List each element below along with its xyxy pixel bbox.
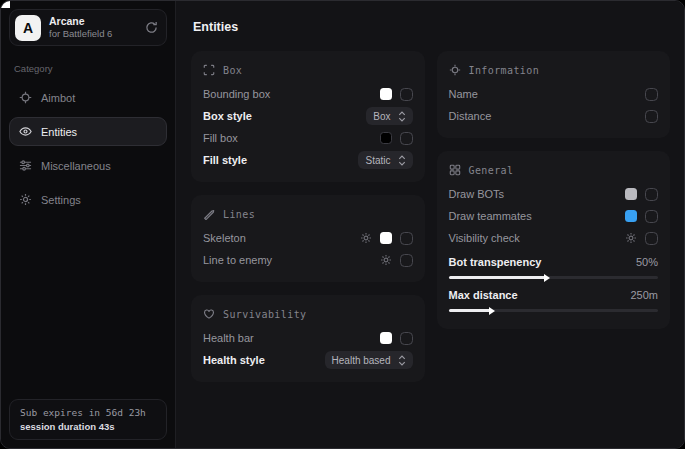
setting-row-bounding-box: Bounding box (203, 83, 413, 105)
health-bar-checkbox[interactable] (400, 332, 413, 345)
panel-title: Box (223, 65, 242, 76)
setting-label: Box style (203, 110, 366, 122)
sidebar-item-entities[interactable]: Entities (9, 117, 167, 146)
updown-chevrons-icon (398, 111, 406, 122)
sidebar-item-label: Settings (41, 194, 81, 206)
app-name: Arcane (49, 15, 112, 28)
setting-label: Distance (449, 110, 646, 122)
sidebar-item-label: Entities (41, 126, 77, 138)
color-swatch[interactable] (625, 188, 637, 200)
bot-transparency-group: Bot transpenency 50% (449, 252, 659, 279)
dropdown-value: Box (373, 111, 390, 122)
draw-bots-checkbox[interactable] (645, 188, 658, 201)
panel-title: General (469, 165, 514, 176)
slider-thumb[interactable] (544, 274, 550, 282)
survivability-panel: Survivability Health bar Health style (191, 295, 425, 382)
main-content: Entities Box Bounding box (176, 1, 684, 448)
subscription-card: Sub expires in 56d 23h session duration … (9, 399, 167, 440)
sync-icon[interactable] (145, 21, 158, 34)
setting-label: Health bar (203, 332, 380, 344)
line-to-enemy-checkbox[interactable] (400, 254, 413, 267)
health-style-dropdown[interactable]: Health based (325, 351, 413, 369)
setting-label: Draw BOTs (449, 188, 626, 200)
setting-label: Health style (203, 354, 325, 366)
draw-teammates-checkbox[interactable] (645, 210, 658, 223)
setting-row-health-bar: Health bar (203, 327, 413, 349)
setting-row-draw-teammates: Draw teammates (449, 205, 659, 227)
app-window: A Arcane for Battlefield 6 Category Aimb… (0, 0, 685, 449)
sidebar-item-label: Miscellaneous (41, 160, 111, 172)
setting-label: Draw teammates (449, 210, 626, 222)
dropdown-value: Health based (332, 355, 391, 366)
fill-style-dropdown[interactable]: Static (358, 151, 412, 169)
lines-panel: Lines Skeleton (191, 195, 425, 282)
setting-label: Visibility check (449, 232, 626, 244)
page-title: Entities (193, 20, 670, 34)
setting-row-draw-bots: Draw BOTs (449, 183, 659, 205)
setting-label: Fill style (203, 154, 358, 166)
sliders-icon (19, 159, 32, 172)
setting-label: Bot transpenency (449, 256, 636, 268)
panel-title: Survivability (223, 309, 306, 320)
color-swatch[interactable] (625, 210, 637, 222)
setting-label: Max distance (449, 289, 631, 301)
color-swatch[interactable] (380, 132, 392, 144)
bounding-box-checkbox[interactable] (400, 88, 413, 101)
setting-label: Name (449, 88, 646, 100)
box-style-dropdown[interactable]: Box (366, 107, 412, 125)
app-subtitle: for Battlefield 6 (49, 28, 112, 40)
setting-row-skeleton: Skeleton (203, 227, 413, 249)
setting-row-fill-style: Fill style Static (203, 149, 413, 171)
sub-expires-text: Sub expires in 56d 23h (20, 407, 156, 418)
sidebar-item-aimbot[interactable]: Aimbot (9, 83, 167, 112)
setting-row-name: Name (449, 83, 659, 105)
color-swatch[interactable] (380, 88, 392, 100)
grid-icon (449, 164, 461, 176)
screen-corner-artifact (1, 1, 10, 8)
distance-checkbox[interactable] (645, 110, 658, 123)
sidebar-item-label: Aimbot (41, 92, 75, 104)
app-logo: A (15, 15, 41, 41)
setting-label: Skeleton (203, 232, 360, 244)
sidebar-item-miscellaneous[interactable]: Miscellaneous (9, 151, 167, 180)
setting-label: Bounding box (203, 88, 380, 100)
category-label: Category (14, 63, 162, 74)
slider-value: 250m (630, 289, 658, 301)
sidebar-item-settings[interactable]: Settings (9, 185, 167, 214)
general-panel: General Draw BOTs Draw teammates (437, 151, 671, 329)
setting-label: Line to enemy (203, 254, 380, 266)
setting-row-distance: Distance (449, 105, 659, 127)
heart-icon (203, 308, 215, 320)
max-distance-slider[interactable] (449, 309, 659, 312)
sidebar: A Arcane for Battlefield 6 Category Aimb… (1, 1, 176, 448)
dropdown-value: Static (365, 155, 390, 166)
slider-thumb[interactable] (489, 307, 495, 315)
gear-icon[interactable] (625, 232, 637, 244)
gear-icon[interactable] (380, 254, 392, 266)
box-corners-icon (203, 64, 215, 76)
color-swatch[interactable] (380, 332, 392, 344)
color-swatch[interactable] (380, 232, 392, 244)
gear-icon[interactable] (360, 232, 372, 244)
slider-value: 50% (636, 256, 658, 268)
visibility-check-checkbox[interactable] (645, 232, 658, 245)
crosshair-icon (19, 91, 32, 104)
setting-row-line-to-enemy: Line to enemy (203, 249, 413, 271)
setting-label: Fill box (203, 132, 380, 144)
skeleton-checkbox[interactable] (400, 232, 413, 245)
setting-row-fill-box: Fill box (203, 127, 413, 149)
bot-transparency-slider[interactable] (449, 276, 659, 279)
max-distance-group: Max distance 250m (449, 285, 659, 312)
name-checkbox[interactable] (645, 88, 658, 101)
panel-title: Information (469, 65, 540, 76)
information-panel: Information Name Distance (437, 51, 671, 138)
fill-box-checkbox[interactable] (400, 132, 413, 145)
session-duration-text: session duration 43s (20, 421, 156, 432)
pencil-line-icon (203, 208, 215, 220)
eye-icon (19, 125, 32, 138)
updown-chevrons-icon (398, 355, 406, 366)
setting-row-visibility-check: Visibility check (449, 227, 659, 249)
scan-target-icon (449, 64, 461, 76)
app-header-card: A Arcane for Battlefield 6 (9, 9, 167, 46)
panel-title: Lines (223, 209, 255, 220)
